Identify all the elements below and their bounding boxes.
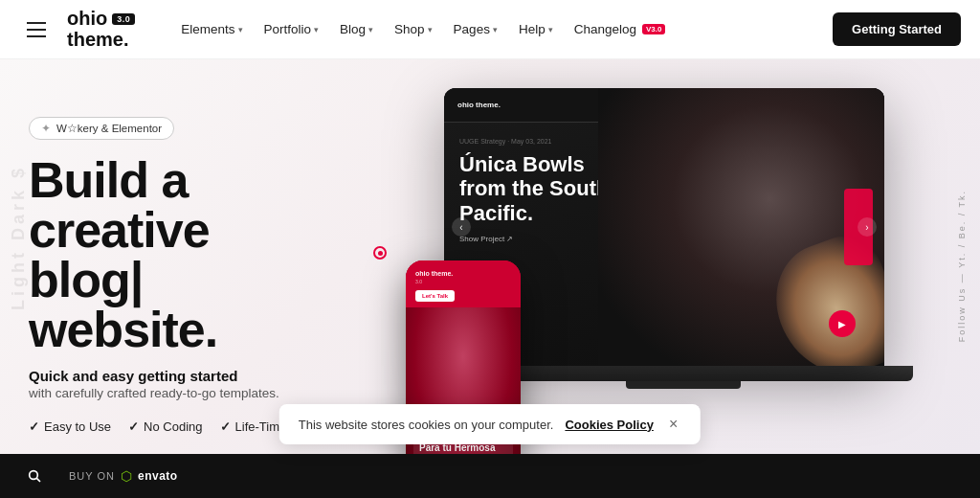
follow-us-text: Follow Us — Yt. / Be. / Tk.: [957, 190, 967, 342]
buy-on-label: BUY ON: [69, 470, 115, 482]
cookie-close-button[interactable]: ×: [665, 416, 681, 433]
check-coding-label: No Coding: [144, 419, 202, 434]
nav-item-blog[interactable]: Blog ▾: [332, 16, 381, 42]
svg-line-1: [36, 478, 40, 482]
star-icon: ✦: [41, 122, 51, 135]
floating-dot: [373, 246, 387, 260]
devices-area: ohio theme. Careers Contact Events Sign …: [387, 69, 942, 454]
chevron-down-icon: ▾: [548, 25, 553, 34]
checkmark-icon: ✓: [128, 419, 139, 434]
getting-started-button[interactable]: Getting Started: [833, 12, 961, 46]
logo-name: ohio: [67, 8, 107, 29]
nav-item-elements[interactable]: Elements ▾: [173, 16, 250, 42]
laptop-prev-button[interactable]: ‹: [452, 217, 471, 237]
laptop-logo: ohio theme.: [457, 101, 501, 109]
hero-tag-text: W☆kery & Elementor: [56, 122, 162, 135]
laptop-play-button[interactable]: ▶: [829, 310, 856, 337]
hero-subtitle: Quick and easy getting started with care…: [29, 368, 354, 400]
chevron-down-icon: ▾: [314, 25, 319, 34]
nav-item-help[interactable]: Help ▾: [511, 16, 561, 42]
changelog-badge: V3.0: [642, 24, 665, 34]
checkmark-icon: ✓: [29, 419, 39, 434]
subtitle-sub: with carefully crafted ready-to-go templ…: [29, 386, 354, 400]
bg-decorative-texts: Light Dark $: [10, 165, 27, 310]
envato-link[interactable]: BUY ON ⬡ envato: [69, 468, 178, 484]
hero-content: ✦ W☆kery & Elementor Build a creative bl…: [29, 117, 354, 434]
search-icon: [27, 468, 42, 484]
navbar: ohio 3.0 theme. Elements ▾ Portfolio ▾ B…: [0, 0, 980, 59]
headline-line3: website.: [29, 305, 354, 354]
nav-item-pages[interactable]: Pages ▾: [446, 16, 505, 42]
check-lifetime: ✓ Life-Time: [220, 419, 287, 434]
headline-line2: blog|: [29, 255, 354, 305]
phone-header: ohio theme. 3.0 Let's Talk: [406, 260, 521, 307]
laptop-stand: [626, 381, 741, 389]
check-coding: ✓ No Coding: [128, 419, 202, 434]
hero-headline: Build a creative blog| website.: [29, 155, 354, 354]
subtitle-main: Quick and easy getting started: [29, 368, 354, 384]
check-easy-label: Easy to Use: [44, 419, 111, 434]
nav-item-portfolio[interactable]: Portfolio ▾: [256, 16, 327, 42]
cookie-policy-link[interactable]: Cookies Policy: [565, 418, 653, 432]
hero-section: Light Dark $ ✦ W☆kery & Elementor Build …: [0, 59, 980, 454]
laptop-base: [454, 366, 913, 381]
logo-badge: 3.0: [112, 13, 135, 25]
hamburger-menu[interactable]: [19, 12, 54, 47]
envato-brand-label: envato: [138, 469, 178, 483]
chevron-down-icon: ▾: [368, 25, 373, 34]
nav-menu: Elements ▾ Portfolio ▾ Blog ▾ Shop ▾ Pag…: [173, 16, 833, 42]
nav-item-shop[interactable]: Shop ▾: [387, 16, 440, 42]
cookie-banner: This website stores cookies on your comp…: [279, 404, 701, 444]
logo-name2: theme.: [67, 29, 135, 51]
hero-tag: ✦ W☆kery & Elementor: [29, 117, 174, 140]
checkmark-icon: ✓: [220, 419, 231, 434]
chevron-down-icon: ▾: [428, 25, 433, 34]
phone-logo: ohio theme.: [415, 270, 511, 277]
envato-icon: ⬡: [121, 468, 132, 484]
laptop-next-button[interactable]: ›: [858, 217, 877, 237]
phone-badge: 3.0: [415, 279, 511, 284]
headline-line1: Build a creative: [29, 155, 354, 255]
phone-cta: Let's Talk: [415, 290, 455, 302]
check-easy: ✓ Easy to Use: [29, 419, 111, 434]
search-button[interactable]: [19, 468, 50, 484]
follow-us-sidebar: Follow Us — Yt. / Be. / Tk.: [957, 136, 967, 396]
cookie-text: This website stores cookies on your comp…: [299, 418, 554, 432]
bottom-bar: BUY ON ⬡ envato: [0, 454, 980, 498]
logo[interactable]: ohio 3.0 theme.: [67, 8, 135, 51]
nav-item-changelog[interactable]: Changelog V3.0: [567, 16, 674, 42]
chevron-down-icon: ▾: [493, 25, 498, 34]
svg-point-0: [30, 471, 38, 480]
chevron-down-icon: ▾: [238, 25, 243, 34]
